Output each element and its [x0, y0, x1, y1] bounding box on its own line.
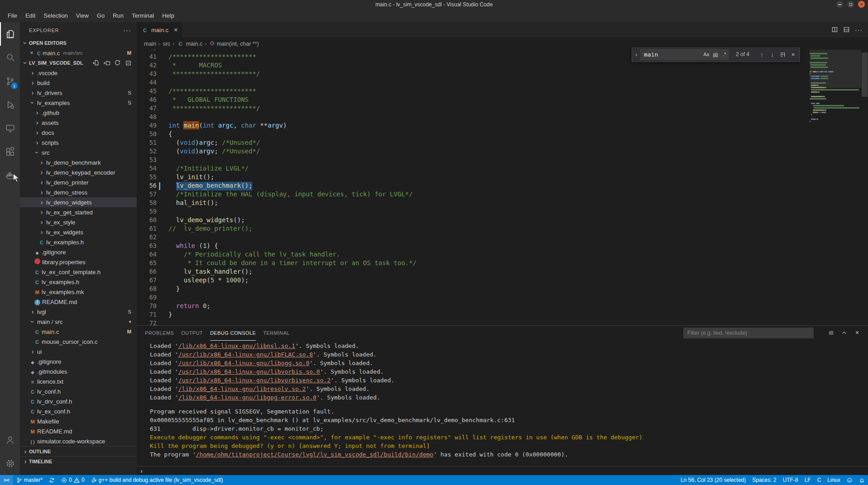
activity-remote-explorer[interactable] [0, 116, 20, 140]
menu-item-run[interactable]: Run [109, 11, 128, 21]
menu-item-help[interactable]: Help [158, 11, 178, 21]
tree-folder-assets[interactable]: ›assets [20, 118, 137, 128]
tree-folder-lvgl[interactable]: ›lvglS [20, 307, 137, 317]
console-link[interactable]: /usr/lib/x86_64-linux-gnu/libFLAC.so.8 [178, 351, 313, 358]
breadcrumb-item-src[interactable]: src [163, 41, 170, 47]
maximize-panel-icon[interactable] [839, 328, 849, 337]
console-link[interactable]: /usr/lib/x86_64-linux-gnu/libogg.so.0 [178, 360, 310, 366]
tree-file-lv_ex_conf.h[interactable]: Clv_ex_conf.h [20, 406, 137, 416]
console-link[interactable]: /lib/x86_64-linux-gnu/libnsl.so.1 [178, 342, 295, 349]
activity-account[interactable] [0, 428, 20, 452]
timeline-header[interactable]: › TIMELINE [20, 456, 137, 466]
tree-file-simulator.code-workspace[interactable]: { }simulator.code-workspace [20, 436, 137, 446]
tree-folder-.vscode[interactable]: ›.vscode [20, 68, 137, 78]
menu-item-go[interactable]: Go [93, 11, 109, 21]
tree-folder-src[interactable]: ›src [20, 147, 137, 157]
next-match-icon[interactable]: ↓ [767, 50, 777, 59]
panel-tab-terminal[interactable]: TERMINAL [263, 326, 290, 341]
tree-file-lv_conf.h[interactable]: Clv_conf.h [20, 386, 137, 396]
tree-file-library.properties[interactable]: library.properties [20, 257, 137, 267]
tree-file-lv_examples.h[interactable]: Clv_examples.h [20, 237, 137, 247]
console-link[interactable]: /lib/x86_64-linux-gnu/libresolv.so.2 [178, 385, 306, 392]
activity-docker[interactable] [0, 163, 20, 187]
split-editor-icon[interactable] [831, 26, 839, 33]
status-language-mode[interactable]: C [814, 475, 825, 485]
panel-tab-debug-console[interactable]: DEBUG CONSOLE [210, 326, 256, 341]
status-remote-indicator[interactable]: >< [0, 475, 13, 485]
tree-folder-ui[interactable]: ›ui [20, 347, 137, 357]
minimap[interactable] [810, 50, 861, 325]
editor-content[interactable]: /********************** * MACROS *******… [168, 50, 809, 325]
tree-folder-lv_demo_keypad_encoder[interactable]: ›lv_demo_keypad_encoder [20, 167, 137, 177]
editor-scrollbar[interactable] [861, 50, 868, 325]
console-input[interactable] [143, 466, 868, 475]
activity-search[interactable] [0, 46, 20, 69]
tree-file-README.md[interactable]: MREADME.md [20, 426, 137, 436]
tab-main.c[interactable]: Cmain.c× [137, 22, 182, 38]
code-editor[interactable]: 4041424344454647484950515253545556575859… [137, 50, 868, 325]
filter-input[interactable] [683, 328, 814, 338]
tree-folder-lv_ex_style[interactable]: ›lv_ex_style [20, 217, 137, 227]
tree-file-README.md[interactable]: iREADME.md [20, 297, 137, 307]
console-link[interactable]: /usr/lib/x86_64-linux-gnu/libvorbis.so.0 [178, 368, 320, 375]
breadcrumb-item-main[interactable]: main [144, 41, 156, 47]
status-build-task[interactable]: g++ build and debug active file (lv_sim_… [88, 475, 226, 485]
regex-icon[interactable]: .* [720, 50, 729, 59]
editor-layout-icon[interactable] [843, 26, 850, 33]
tree-folder-.github[interactable]: ›.github [20, 108, 137, 118]
panel-tab-output[interactable]: OUTPUT [181, 326, 203, 341]
more-actions-icon[interactable]: ··· [123, 26, 131, 34]
new-file-icon[interactable] [92, 59, 100, 67]
tree-folder-lv_examples[interactable]: ›lv_examplesS [20, 98, 137, 108]
new-folder-icon[interactable] [103, 59, 110, 67]
tree-file-lv_examples.mk[interactable]: Mlv_examples.mk [20, 287, 137, 297]
status-eol[interactable]: LF [801, 475, 814, 485]
maximize-button[interactable] [847, 1, 854, 8]
debug-console[interactable]: Loaded '/lib/x86_64-linux-gnu/libnsl.so.… [137, 341, 868, 466]
console-link[interactable]: /usr/lib/x86_64-linux-gnu/libvorbisenc.s… [178, 377, 331, 384]
close-find-icon[interactable]: × [788, 50, 798, 59]
activity-source-control[interactable]: 1 [0, 69, 20, 93]
menu-item-file[interactable]: File [4, 11, 21, 21]
tree-folder-lv_ex_widgets[interactable]: ›lv_ex_widgets [20, 227, 137, 237]
menu-item-edit[interactable]: Edit [21, 11, 39, 21]
status-feedback[interactable] [844, 475, 856, 485]
scrollbar-thumb[interactable] [862, 52, 868, 97]
close-icon[interactable]: × [28, 50, 35, 56]
tree-folder-scripts[interactable]: ›scripts [20, 138, 137, 147]
more-actions-icon[interactable]: ··· [855, 26, 863, 33]
activity-settings[interactable] [0, 452, 20, 475]
status-sync[interactable] [46, 475, 58, 485]
tree-file-.gitignore[interactable]: ◆.gitignore [20, 247, 137, 257]
find-in-selection-icon[interactable] [778, 50, 787, 59]
console-link[interactable]: /home/ohm/titanproject/Course/lvgl/lv_si… [196, 451, 433, 458]
menu-item-terminal[interactable]: Terminal [128, 11, 158, 21]
previous-match-icon[interactable]: ↑ [757, 50, 767, 59]
tree-file-lv_examples.h[interactable]: Clv_examples.h [20, 277, 137, 287]
tree-folder-lv_ex_get_started[interactable]: ›lv_ex_get_started [20, 207, 137, 217]
status-indentation[interactable]: Spaces: 2 [749, 475, 779, 485]
activity-run-and-debug[interactable] [0, 93, 20, 116]
tree-file-licence.txt[interactable]: ≡licence.txt [20, 376, 137, 386]
whole-word-icon[interactable]: ab [711, 50, 720, 59]
status-notifications[interactable] [856, 475, 868, 485]
breadcrumb-item-main(int, char **)[interactable]: main(int, char **) [209, 40, 259, 48]
tree-file-lv_drv_conf.h[interactable]: Clv_drv_conf.h [20, 396, 137, 406]
activity-explorer[interactable] [0, 22, 20, 46]
tree-folder-lv_demo_benchmark[interactable]: ›lv_demo_benchmark [20, 157, 137, 167]
breadcrumb-item-main.c[interactable]: Cmain.c [177, 41, 202, 47]
console-link[interactable]: /lib/x86_64-linux-gnu/libgpg-error.so.0 [178, 394, 317, 401]
clear-console-icon[interactable] [826, 328, 835, 337]
outline-header[interactable]: › OUTLINE [20, 446, 137, 456]
project-header[interactable]: › LV_SIM_VSCODE_SDL [20, 58, 137, 68]
tree-folder-main / src[interactable]: ›main / src● [20, 317, 137, 327]
activity-extensions[interactable] [0, 140, 20, 163]
tree-folder-docs[interactable]: ›docs [20, 128, 137, 138]
refresh-icon[interactable] [114, 59, 121, 67]
open-editor-main.c[interactable]: ×Cmain.cmain/srcM [20, 48, 137, 58]
match-case-icon[interactable]: Aa [702, 50, 711, 59]
tree-file-Makefile[interactable]: MMakefile [20, 416, 137, 426]
status-git-branch[interactable]: master* [13, 475, 46, 485]
menu-item-view[interactable]: View [72, 11, 93, 21]
panel-tab-problems[interactable]: PROBLEMS [145, 326, 174, 341]
